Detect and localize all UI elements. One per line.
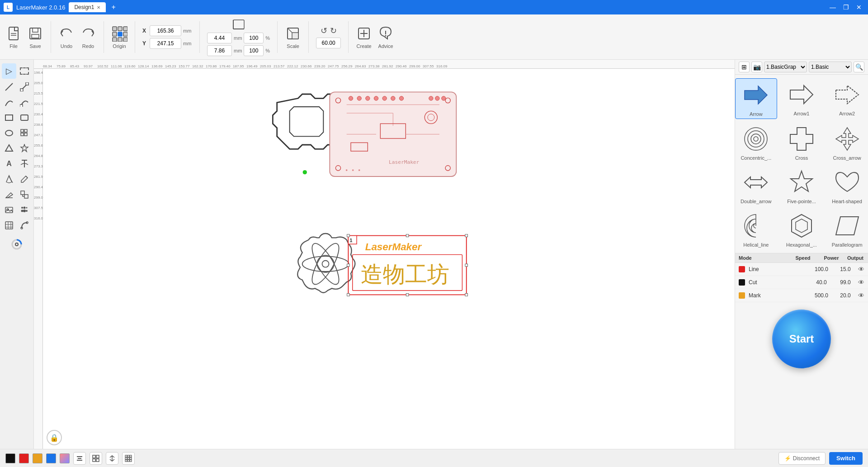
shapes-search-button[interactable]: 🔍 (854, 62, 864, 72)
fill-tool[interactable] (2, 172, 16, 186)
ellipse-tool[interactable] (2, 126, 16, 140)
fill-tools-row (2, 172, 32, 186)
select-tool[interactable]: ▷ (2, 63, 16, 79)
divider2 (104, 21, 104, 53)
rotate-ccw-button[interactable]: ↺ (321, 26, 327, 36)
shape-arrow2[interactable]: Arrow2 (826, 78, 868, 119)
add-tab-button[interactable]: + (111, 3, 115, 11)
undo-button[interactable]: Undo (58, 25, 75, 49)
y-input[interactable] (150, 38, 181, 49)
parallelogram-label: Parallelogram (832, 242, 863, 248)
redo-button[interactable]: Redo (80, 25, 96, 49)
shape-cross-arrow[interactable]: Cross_arrow (826, 123, 868, 162)
erase-tool[interactable] (2, 187, 16, 202)
lock-icon[interactable]: 🔒 (47, 430, 62, 445)
loader-tool[interactable] (2, 235, 32, 253)
rect2-tool[interactable] (17, 110, 32, 125)
maximize-button[interactable]: ❐ (840, 3, 852, 12)
polygon-tool[interactable] (2, 141, 16, 156)
shape-concentric[interactable]: Concentric_... (735, 123, 777, 162)
grid-bottom-button[interactable] (122, 452, 135, 465)
svg-rect-136 (130, 457, 132, 459)
rotation-input[interactable] (316, 38, 341, 48)
layer-row-line[interactable]: Line 100.0 15.0 👁 (735, 263, 868, 276)
file-button[interactable]: File (5, 25, 22, 49)
halftone-tool[interactable] (17, 203, 32, 217)
create-button[interactable]: Create (356, 25, 372, 49)
shape-arrow[interactable]: Arrow (735, 78, 777, 119)
x-unit: mm (183, 28, 192, 33)
drawing-canvas[interactable]: LaserMaker (43, 69, 735, 449)
flip-button[interactable] (106, 452, 118, 465)
shape-cross[interactable]: Cross (781, 123, 823, 162)
layer-eye-line[interactable]: 👁 (858, 266, 864, 273)
edit-tool[interactable] (17, 172, 32, 186)
shapes-preset2-select[interactable]: 1.Basic (809, 62, 852, 72)
shape-hexagonal[interactable]: Hexagonal_... (781, 210, 823, 249)
color-gradient[interactable] (60, 453, 70, 463)
minimize-button[interactable]: — (827, 3, 839, 12)
cross-arrow-label: Cross_arrow (833, 155, 861, 161)
color-black[interactable] (5, 453, 15, 463)
rect-tool[interactable] (2, 110, 16, 125)
shape-arrow1[interactable]: Arrow1 (781, 78, 823, 119)
divider3 (135, 21, 135, 53)
shapes-photo-button[interactable]: 📷 (751, 62, 762, 72)
rotate-cw-button[interactable]: ↻ (330, 26, 337, 36)
close-window-button[interactable]: ✕ (854, 3, 864, 12)
close-tab-icon[interactable]: ✕ (97, 5, 100, 10)
shape-helical[interactable]: Helical_line (735, 210, 777, 249)
save-label: Save (29, 43, 41, 49)
layer-speed-mark: 500.0 (810, 292, 833, 299)
w-input[interactable] (207, 33, 232, 43)
star-tool[interactable] (17, 141, 32, 156)
shapes-preset1-select[interactable]: 1.BasicGrap (764, 62, 807, 72)
shapes-icon-button[interactable]: ⊞ (739, 62, 750, 72)
shape-double-arrow[interactable]: Double_arrow (735, 166, 777, 206)
line-tool[interactable] (2, 80, 16, 94)
layer-row-cut[interactable]: Cut 40.0 99.0 👁 (735, 276, 868, 289)
text-tool[interactable]: A (2, 157, 16, 171)
switch-button[interactable]: Switch (829, 452, 863, 465)
layer-row-mark[interactable]: Mark 500.0 20.0 👁 (735, 289, 868, 302)
image-icon (5, 205, 14, 214)
canvas-area[interactable]: 68.3475.8985.4393.97102.52111.06119.6012… (34, 60, 735, 449)
curve2-tool[interactable] (17, 95, 32, 110)
grid-tool[interactable] (17, 126, 32, 140)
merge-tool[interactable] (17, 187, 32, 202)
group-button[interactable] (90, 452, 102, 465)
tab-label: Design1 (74, 4, 94, 10)
layer-name-cut: Cut (749, 279, 807, 286)
shape-five-pointed[interactable]: Five-pointe... (781, 166, 823, 206)
layer-eye-cut[interactable]: 👁 (858, 279, 864, 286)
text2-tool[interactable] (17, 157, 32, 171)
design-tab[interactable]: Design1 ✕ (69, 2, 106, 12)
select2-tool[interactable] (17, 63, 32, 79)
shapes-grid: Arrow Arrow1 Arrow2 Concen (735, 75, 868, 253)
table-tool[interactable] (2, 218, 16, 233)
curve-tool[interactable] (2, 95, 16, 110)
shape-parallelogram[interactable]: Parallelogram (826, 210, 868, 249)
line-icon (5, 82, 14, 91)
color-orange[interactable] (33, 453, 42, 463)
w-pct-input[interactable] (244, 33, 264, 43)
disconnect-button[interactable]: ⚡ Disconnect (778, 452, 826, 465)
align-button[interactable] (73, 452, 86, 465)
scale-button[interactable]: Scale (285, 25, 301, 49)
h-input[interactable] (207, 45, 232, 56)
layer-eye-mark[interactable]: 👁 (858, 292, 864, 299)
h-pct-input[interactable] (244, 45, 264, 56)
start-button[interactable]: Start (772, 310, 831, 368)
line2-tool[interactable] (17, 80, 32, 94)
image-tool[interactable] (2, 203, 16, 217)
save-button[interactable]: Save (27, 25, 43, 49)
x-input[interactable] (150, 25, 181, 36)
shape-heart[interactable]: Heart-shaped (826, 166, 868, 206)
advice-button[interactable]: Advice (377, 25, 394, 49)
svg-point-94 (307, 240, 344, 288)
origin-button[interactable]: Origin (111, 25, 127, 49)
path-tool[interactable] (17, 218, 32, 233)
color-red[interactable] (19, 453, 29, 463)
color-blue[interactable] (46, 453, 56, 463)
svg-rect-9 (118, 27, 122, 31)
